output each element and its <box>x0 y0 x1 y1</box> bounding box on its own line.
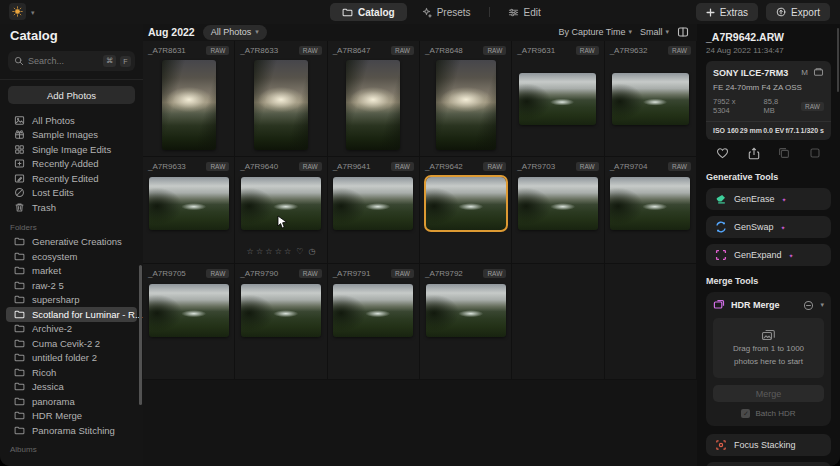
share-button[interactable] <box>748 147 760 160</box>
chevron-down-icon[interactable]: ▾ <box>820 301 824 309</box>
photo-cell[interactable]: _A7R9703RAW <box>512 157 604 264</box>
photo-thumbnail[interactable] <box>518 177 598 230</box>
filter-label: All Photos <box>211 27 252 37</box>
folder-item[interactable]: market <box>0 264 143 279</box>
photo-cell[interactable]: _A7R9792RAW <box>420 264 512 380</box>
photo-cell-selected[interactable]: _A7R9642RAW <box>420 157 512 264</box>
folder-item-selected[interactable]: Scotland for Luminar - R... <box>6 307 137 322</box>
folder-item[interactable]: Panorama Stitching <box>0 423 143 438</box>
exif-card: SONY ILCE-7RM3 M FE 24-70mm F4 ZA OSS 79… <box>706 61 831 140</box>
mode-tabs: Catalog Presets Edit <box>330 3 553 21</box>
sidebar-item-single-image-edits[interactable]: Single Image Edits <box>0 142 143 157</box>
favorite-heart-button[interactable] <box>716 147 729 160</box>
add-photos-button[interactable]: Add Photos <box>8 86 135 104</box>
folder-icon <box>14 251 25 262</box>
photo-thumbnail[interactable] <box>426 284 506 337</box>
folder-item[interactable]: supersharp <box>0 293 143 308</box>
folder-item[interactable]: ecosystem <box>0 249 143 264</box>
search-box[interactable]: ⌘ F <box>8 51 135 71</box>
photo-thumbnail-selected[interactable] <box>426 177 506 230</box>
raw-badge: RAW <box>206 162 229 171</box>
tab-catalog[interactable]: Catalog <box>330 3 407 21</box>
panorama-stitching-button[interactable]: Panorama Stitching <box>706 462 831 466</box>
photo-thumbnail[interactable] <box>333 284 413 337</box>
folder-item[interactable]: Generative Creations <box>0 235 143 250</box>
sidebar-item-trash[interactable]: Trash <box>0 200 143 215</box>
photo-thumbnail[interactable] <box>612 73 689 125</box>
tab-edit[interactable]: Edit <box>496 3 553 21</box>
photo-cell[interactable]: _A7R9705RAW <box>143 264 235 380</box>
app-logo-button[interactable] <box>9 3 26 20</box>
extras-button[interactable]: Extras <box>696 3 758 21</box>
folder-icon <box>14 410 25 421</box>
photo-thumbnail[interactable] <box>254 60 308 150</box>
folder-item[interactable]: Jessica <box>0 380 143 395</box>
photo-cell[interactable]: _A7R9704RAW <box>605 157 697 264</box>
focus-stacking-button[interactable]: Focus Stacking <box>706 434 831 456</box>
inspector-scrollbar[interactable] <box>837 28 839 92</box>
photo-cell[interactable]: _A7R9791RAW <box>328 264 420 380</box>
photo-cell[interactable]: _A7R9790RAW <box>235 264 327 380</box>
photo-thumbnail[interactable] <box>519 73 596 125</box>
photo-cell[interactable]: _A7R9632RAW <box>605 41 697 157</box>
hdr-merge-header[interactable]: HDR Merge ▾ <box>713 299 824 311</box>
photo-cell[interactable]: _A7R9641RAW <box>328 157 420 264</box>
photo-cell[interactable]: _A7R8633RAW <box>235 41 327 157</box>
folder-icon <box>342 7 353 18</box>
folder-item[interactable]: Ricoh <box>0 365 143 380</box>
photo-thumbnail[interactable] <box>162 60 216 150</box>
clock-icon[interactable]: ◷ <box>308 247 315 256</box>
rating-row[interactable]: ☆ ☆ ☆ ☆ ☆ ♡ ◷ <box>235 247 326 256</box>
photo-thumbnail[interactable] <box>241 284 321 337</box>
photo-thumbnail[interactable] <box>610 177 690 230</box>
folder-item[interactable]: raw-2 5 <box>0 278 143 293</box>
thumbnail-size-dropdown[interactable]: Small ▾ <box>640 27 669 37</box>
hdr-drop-zone[interactable]: Drag from 1 to 1000 photos here to start <box>713 318 824 378</box>
photo-thumbnail[interactable] <box>149 284 229 337</box>
sidebar-item-recently-edited[interactable]: Recently Edited <box>0 171 143 186</box>
folder-label: Jessica <box>32 381 64 392</box>
photo-cell[interactable]: _A7R8647RAW <box>328 41 420 157</box>
sidebar-scrollbar[interactable] <box>139 265 142 405</box>
sidebar-item-recently-added[interactable]: Recently Added <box>0 157 143 172</box>
batch-hdr-row[interactable]: ✓ Batch HDR <box>713 409 824 418</box>
search-input[interactable] <box>28 56 99 66</box>
photo-cell-hovered[interactable]: _A7R9640RAW ☆ ☆ ☆ ☆ ☆ ♡ ◷ <box>235 157 327 264</box>
gen-erase-button[interactable]: GenErase ✦ <box>706 188 831 210</box>
star-rating-icons[interactable]: ☆ ☆ ☆ ☆ ☆ <box>247 247 292 256</box>
folder-item[interactable]: Cuma Cevik-2 2 <box>0 336 143 351</box>
heart-icon[interactable]: ♡ <box>296 247 303 256</box>
photo-thumbnail[interactable] <box>346 60 400 150</box>
sidebar-item-all-photos[interactable]: All Photos <box>0 113 143 128</box>
copy-button[interactable] <box>778 147 790 160</box>
aperture-value: f/7.1 <box>785 127 799 134</box>
photo-thumbnail[interactable] <box>436 60 496 150</box>
folder-item[interactable]: HDR Merge <box>0 409 143 424</box>
merge-button-disabled[interactable]: Merge <box>713 385 824 402</box>
sidebar-item-sample-images[interactable]: Sample Images <box>0 128 143 143</box>
photo-cell[interactable]: _A7R9631RAW <box>512 41 604 157</box>
photo-thumbnail[interactable] <box>333 177 413 230</box>
photo-cell[interactable]: _A7R8648RAW <box>420 41 512 157</box>
batch-hdr-checkbox[interactable]: ✓ <box>741 409 750 418</box>
folder-item[interactable]: untitled folder 2 <box>0 351 143 366</box>
logo-chevron-icon[interactable]: ▾ <box>31 9 35 17</box>
folders-list: Generative Creations ecosystem market ra… <box>0 235 143 438</box>
sort-dropdown[interactable]: By Capture Time ▾ <box>558 27 632 37</box>
photo-cell[interactable]: _A7R9633RAW <box>143 157 235 264</box>
collapse-circle-icon[interactable] <box>803 300 814 311</box>
photo-cell[interactable]: _A7R8631RAW <box>143 41 235 157</box>
layout-toggle-icon[interactable] <box>677 26 689 38</box>
tab-presets[interactable]: Presets <box>409 3 483 21</box>
format-badge: RAW <box>801 102 824 111</box>
photo-thumbnail[interactable] <box>149 177 229 230</box>
gen-expand-button[interactable]: GenExpand ✦ <box>706 244 831 266</box>
folder-item[interactable]: panorama <box>0 394 143 409</box>
duplicate-button[interactable] <box>809 147 821 160</box>
gen-swap-button[interactable]: GenSwap ✦ <box>706 216 831 238</box>
filter-dropdown[interactable]: All Photos ▾ <box>203 25 267 40</box>
sidebar-item-lost-edits[interactable]: Lost Edits <box>0 186 143 201</box>
export-button[interactable]: Export <box>766 3 830 21</box>
folder-item[interactable]: Archive-2 <box>0 322 143 337</box>
slash-circle-icon <box>14 187 25 198</box>
